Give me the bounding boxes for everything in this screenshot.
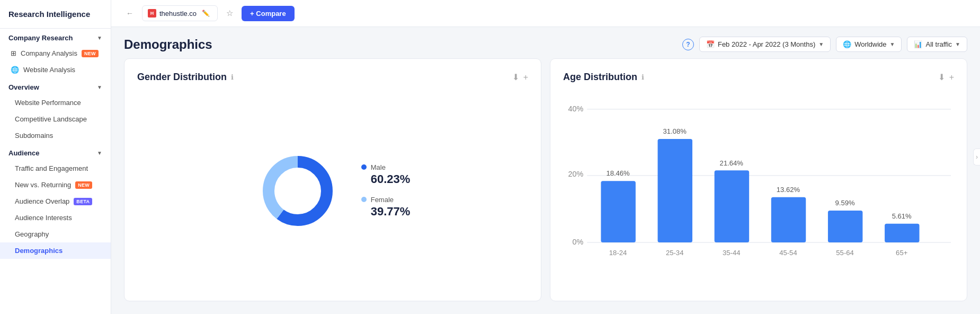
chevron-down-icon-2: ▼ xyxy=(97,84,102,90)
grid-icon: ⊞ xyxy=(11,49,16,57)
female-percentage: 39.77% xyxy=(361,205,411,219)
cards-area: Gender Distribution ℹ ⬇ + xyxy=(111,58,980,314)
sidebar-item-demographics[interactable]: Demographics xyxy=(0,242,111,259)
age-card-title: Age Distribution xyxy=(563,72,637,83)
favicon: H xyxy=(148,9,156,18)
main-content: ← H thehustle.co ✏️ ☆ + Compare Demograp… xyxy=(111,0,980,314)
gender-card-actions: ⬇ + xyxy=(512,72,528,82)
section-overview-label: Overview xyxy=(8,83,39,91)
age-info-icon[interactable]: ℹ xyxy=(642,73,644,81)
age-card-header: Age Distribution ℹ ⬇ + xyxy=(563,72,954,83)
domain-label: thehustle.co xyxy=(159,10,197,18)
edit-domain-button[interactable]: ✏️ xyxy=(200,8,212,18)
sidebar-item-website-performance[interactable]: Website Performance xyxy=(0,94,111,111)
gender-card-title: Gender Distribution xyxy=(137,72,227,83)
donut-area: Male 60.23% Female 39.77% xyxy=(137,93,528,288)
help-icon[interactable]: ? xyxy=(682,39,694,50)
bar-label-45-54: 45-54 xyxy=(779,249,797,257)
svg-point-2 xyxy=(277,170,319,212)
bar-45-54 xyxy=(771,197,806,242)
gender-download-button[interactable]: ⬇ xyxy=(512,72,519,82)
date-range-button[interactable]: 📅 Feb 2022 - Apr 2022 (3 Months) ▼ xyxy=(699,37,831,52)
sidebar-item-demographics-label: Demographics xyxy=(15,247,63,255)
bar-label-55-64-pct: 9.59% xyxy=(835,199,855,207)
star-button[interactable]: ☆ xyxy=(224,7,235,19)
section-company-research-label: Company Research xyxy=(8,34,73,42)
bar-label-35-44: 35-44 xyxy=(723,249,740,257)
globe-icon: 🌐 xyxy=(11,66,19,74)
new-badge: new xyxy=(82,50,99,57)
sidebar-item-audience-overlap-label: Audience Overlap xyxy=(15,197,69,205)
age-download-button[interactable]: ⬇ xyxy=(938,72,945,82)
bar-65plus xyxy=(885,224,919,242)
bar-label-65plus: 65+ xyxy=(896,249,907,257)
legend-item-female: Female 39.77% xyxy=(361,196,411,219)
topbar: ← H thehustle.co ✏️ ☆ + Compare xyxy=(111,0,980,27)
chevron-down-icon-3: ▼ xyxy=(97,150,102,156)
sidebar-item-website-performance-label: Website Performance xyxy=(15,99,81,107)
male-dot xyxy=(361,164,367,170)
sidebar-item-company-analysis-label: Company Analysis xyxy=(21,49,77,57)
new-badge-2: new xyxy=(75,181,92,189)
traffic-button[interactable]: 📊 All traffic ▼ xyxy=(907,37,967,52)
bar-18-24 xyxy=(601,181,635,242)
female-label: Female xyxy=(371,196,394,204)
bar-label-55-64: 55-64 xyxy=(836,249,853,257)
sidebar-item-subdomains[interactable]: Subdomains xyxy=(0,127,111,144)
edge-collapse-button[interactable]: › xyxy=(973,149,980,165)
gender-info-icon[interactable]: ℹ xyxy=(231,73,234,81)
bar-25-34 xyxy=(658,139,692,242)
sidebar-item-competitive-landscape[interactable]: Competitive Landscape xyxy=(0,111,111,127)
gender-card-title-row: Gender Distribution ℹ xyxy=(137,72,234,83)
sidebar-item-subdomains-label: Subdomains xyxy=(15,132,53,139)
region-button[interactable]: 🌐 Worldwide ▼ xyxy=(836,37,902,52)
age-add-button[interactable]: + xyxy=(949,73,954,82)
back-button[interactable]: ← xyxy=(124,8,136,19)
sidebar-item-audience-interests[interactable]: Audience Interests xyxy=(0,210,111,226)
sidebar-item-website-analysis[interactable]: 🌐 Website Analysis xyxy=(0,62,111,78)
legend-item-male: Male 60.23% xyxy=(361,163,411,186)
bar-chart-area: 40% 20% 0% 18.46% 18-24 31.08% 25-34 xyxy=(563,93,954,288)
beta-badge: beta xyxy=(74,198,92,205)
chevron-down-icon-4: ▼ xyxy=(818,41,824,47)
gender-distribution-card: Gender Distribution ℹ ⬇ + xyxy=(124,58,541,301)
sidebar-item-audience-interests-label: Audience Interests xyxy=(15,214,72,222)
region-label: Worldwide xyxy=(854,40,886,48)
y-label-40: 40% xyxy=(568,104,584,113)
male-label: Male xyxy=(371,163,386,171)
sidebar-item-traffic-engagement-label: Traffic and Engagement xyxy=(15,164,88,172)
page-controls: ? 📅 Feb 2022 - Apr 2022 (3 Months) ▼ 🌐 W… xyxy=(682,37,967,52)
sidebar-item-traffic-engagement[interactable]: Traffic and Engagement xyxy=(0,160,111,177)
compare-button[interactable]: + Compare xyxy=(242,6,295,21)
donut-legend: Male 60.23% Female 39.77% xyxy=(361,163,411,219)
bar-label-65plus-pct: 5.61% xyxy=(892,212,912,220)
sidebar: Research Intelligence Company Research ▼… xyxy=(0,0,111,314)
section-overview[interactable]: Overview ▼ xyxy=(0,78,111,94)
age-bar-chart: 40% 20% 0% 18.46% 18-24 31.08% 25-34 xyxy=(563,93,954,288)
sidebar-item-company-analysis[interactable]: ⊞ Company Analysis new xyxy=(0,45,111,62)
bar-35-44 xyxy=(715,170,749,242)
bar-label-35-44-pct: 21.64% xyxy=(720,159,744,167)
gender-add-button[interactable]: + xyxy=(523,73,528,82)
bar-55-64 xyxy=(828,211,862,242)
app-title: Research Intelligence xyxy=(0,0,111,29)
chevron-down-icon-5: ▼ xyxy=(890,41,895,47)
sidebar-item-audience-overlap[interactable]: Audience Overlap beta xyxy=(0,193,111,210)
domain-tag[interactable]: H thehustle.co ✏️ xyxy=(142,5,218,21)
sidebar-item-new-vs-returning-label: New vs. Returning xyxy=(15,181,71,189)
sidebar-item-new-vs-returning[interactable]: New vs. Returning new xyxy=(0,177,111,193)
date-range-label: Feb 2022 - Apr 2022 (3 Months) xyxy=(718,40,815,48)
age-card-actions: ⬇ + xyxy=(938,72,954,82)
chevron-down-icon-6: ▼ xyxy=(955,41,960,47)
calendar-icon: 📅 xyxy=(706,40,715,48)
traffic-label: All traffic xyxy=(925,40,952,48)
donut-chart xyxy=(255,149,340,233)
traffic-icon: 📊 xyxy=(914,40,922,48)
y-label-20: 20% xyxy=(568,170,584,178)
section-company-research[interactable]: Company Research ▼ xyxy=(0,29,111,45)
gender-card-header: Gender Distribution ℹ ⬇ + xyxy=(137,72,528,83)
page-title: Demographics xyxy=(124,37,212,52)
sidebar-item-geography[interactable]: Geography xyxy=(0,226,111,242)
section-audience[interactable]: Audience ▼ xyxy=(0,144,111,160)
female-dot xyxy=(361,197,367,202)
